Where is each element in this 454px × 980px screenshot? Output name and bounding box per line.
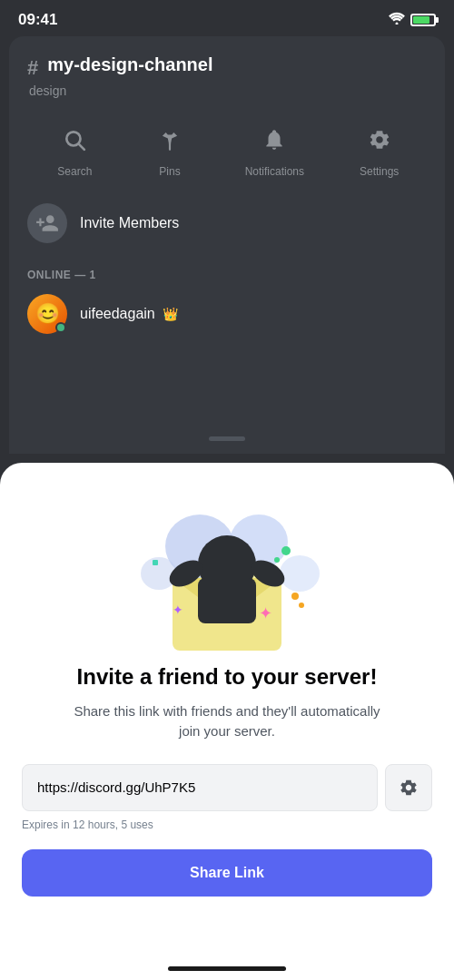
notifications-button[interactable]: Notifications [245, 120, 304, 178]
svg-rect-20 [153, 560, 158, 565]
svg-point-18 [291, 593, 299, 600]
invite-members-label: Invite Members [80, 215, 179, 231]
settings-icon-circle [360, 120, 400, 160]
link-settings-button[interactable] [385, 764, 432, 811]
svg-point-15 [274, 557, 280, 563]
channel-header: # my-design-channel [27, 54, 427, 80]
channel-panel: # my-design-channel design Search Pins [9, 36, 445, 454]
username: uifeedagain 👑 [80, 306, 178, 322]
expires-text: Expires in 12 hours, 5 uses [22, 818, 153, 831]
svg-rect-11 [198, 578, 256, 623]
battery-icon [410, 14, 436, 26]
pins-label: Pins [159, 165, 180, 178]
link-row: https://discord.gg/UhP7K5 [22, 764, 432, 811]
svg-text:✦: ✦ [173, 603, 183, 617]
invite-heading: Invite a friend to your server! [77, 664, 378, 691]
svg-point-19 [299, 603, 304, 608]
search-button[interactable]: Search [54, 120, 94, 178]
settings-label: Settings [360, 165, 399, 178]
status-bar: 09:41 [0, 0, 454, 36]
invite-link-input[interactable]: https://discord.gg/UhP7K5 [22, 764, 378, 811]
user-row[interactable]: 😊 uifeedagain 👑 [27, 294, 427, 334]
svg-point-8 [280, 555, 320, 592]
wifi-icon [389, 12, 405, 28]
online-dot [55, 322, 66, 333]
online-label: ONLINE — 1 [27, 269, 427, 281]
status-time: 09:41 [18, 11, 57, 29]
settings-button[interactable]: Settings [360, 120, 400, 178]
invite-members-row[interactable]: Invite Members [27, 203, 427, 243]
bottom-sheet: ✦ ✦ Invite a friend to your server! Shar… [0, 463, 454, 980]
invite-illustration: ✦ ✦ [127, 492, 327, 664]
channel-description: design [29, 83, 427, 98]
pins-button[interactable]: Pins [150, 120, 190, 178]
svg-point-0 [396, 23, 399, 25]
search-icon-circle [54, 120, 94, 160]
svg-text:✦: ✦ [259, 604, 272, 622]
notifications-label: Notifications [245, 165, 304, 178]
drag-handle[interactable] [209, 436, 245, 441]
invite-avatar [27, 203, 67, 243]
svg-line-2 [79, 144, 84, 150]
share-link-button[interactable]: Share Link [22, 849, 432, 897]
icon-row: Search Pins Notifications [27, 120, 427, 178]
channel-name: my-design-channel [47, 54, 212, 75]
hash-icon: # [27, 56, 38, 80]
home-indicator [168, 966, 286, 971]
search-label: Search [57, 165, 92, 178]
user-avatar: 😊 [27, 294, 67, 334]
svg-point-14 [281, 546, 291, 555]
crown-icon: 👑 [163, 307, 178, 321]
notifications-icon-circle [254, 120, 294, 160]
status-icons [389, 12, 436, 28]
pins-icon-circle [150, 120, 190, 160]
invite-subtext: Share this link with friends and they'll… [64, 701, 390, 742]
